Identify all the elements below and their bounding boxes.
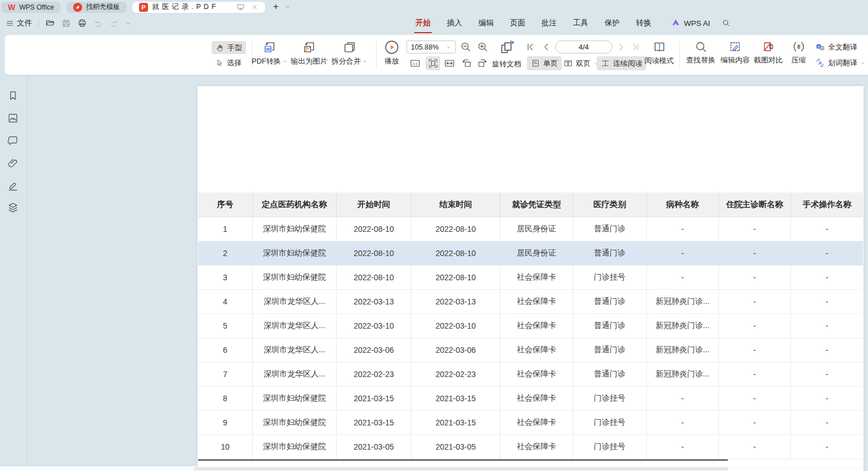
svg-text:A: A [817, 45, 820, 48]
table-cell: - [719, 217, 791, 241]
menu-item-1[interactable]: 插入 [447, 18, 462, 28]
rotate-right-button[interactable] [477, 57, 488, 69]
table-cell: 2022-03-06 [411, 338, 500, 362]
select-tool-button[interactable]: 选择 [212, 56, 245, 69]
word-translate-button[interactable]: A 划词翻译 [815, 58, 866, 68]
table-cell: 2022-03-06 [337, 338, 411, 362]
rotate-doc-label[interactable]: 旋转文档 [492, 59, 521, 69]
redo-icon[interactable] [109, 19, 119, 28]
hand-icon [216, 43, 225, 52]
table-cell: 门诊挂号 [573, 266, 647, 289]
full-translate-button[interactable]: A 全文翻译 [815, 42, 857, 52]
undo-icon[interactable] [93, 19, 103, 28]
table-cell: 深圳市妇幼保健院 [253, 387, 337, 410]
split-merge-button[interactable]: 拆分合并 [332, 40, 368, 65]
save-icon[interactable] [61, 19, 71, 28]
table-row: 5深圳市龙华区人...2022-03-102022-03-10社会保障卡普通门诊… [198, 314, 863, 338]
zoom-out-button[interactable] [460, 41, 472, 53]
tab-document[interactable]: P 就医记录.PDF [132, 2, 265, 13]
page-indicator-input[interactable]: 4/4 [555, 41, 612, 53]
table-cell: 社会保障卡 [500, 435, 573, 459]
tab-docer-templates[interactable]: 找稻壳模板 [66, 2, 127, 13]
file-menu-button[interactable]: 文件 [6, 18, 32, 28]
comment-icon[interactable] [7, 134, 19, 147]
attachment-icon[interactable] [7, 157, 19, 169]
menu-item-6[interactable]: 保护 [605, 18, 620, 28]
previous-page-button[interactable] [541, 42, 552, 52]
continuous-read-button[interactable]: 连续阅读 [597, 56, 646, 70]
table-header-cell: 病种名称 [647, 192, 719, 217]
next-page-button[interactable] [616, 42, 627, 52]
print-icon[interactable] [77, 18, 87, 28]
edit-content-button[interactable]: 编辑内容 [721, 40, 750, 64]
table-header-cell: 定点医药机构名称 [253, 192, 337, 217]
close-tab-icon[interactable] [251, 3, 258, 11]
screenshot-compare-button[interactable]: 截图对比 [754, 40, 783, 64]
table-header-cell: 医疗类别 [573, 192, 647, 217]
table-cell: - [647, 435, 719, 459]
table-cell: 社会保障卡 [500, 290, 573, 313]
table-cell: - [791, 241, 863, 265]
actual-size-button[interactable]: 1:1 [409, 57, 421, 69]
table-cell: 2022-08-10 [411, 217, 500, 241]
find-replace-button[interactable]: 查找替换 [686, 40, 715, 64]
wps-ai-icon [671, 17, 681, 29]
menu-item-4[interactable]: 批注 [542, 18, 557, 28]
pdf-convert-button[interactable]: W PDF转换 [252, 40, 288, 65]
horizontal-scrollbar[interactable] [0, 466, 863, 471]
pdf-file-icon: P [139, 3, 148, 12]
table-cell: 2022-03-13 [411, 290, 500, 313]
table-row: 3深圳市妇幼保健院2022-08-102022-08-10社会保障卡门诊挂号--… [198, 266, 863, 290]
table-cell: 2022-02-23 [337, 362, 411, 386]
zoom-in-button[interactable] [477, 41, 489, 53]
tab-wps-office[interactable]: W WPS Office [1, 2, 61, 13]
table-row: 10深圳市妇幼保健院2021-03-052021-03-05社会保障卡门诊挂号-… [198, 435, 863, 459]
table-cell: - [791, 362, 863, 386]
table-cell: 2021-03-15 [411, 411, 500, 434]
page-swap-button[interactable] [499, 39, 515, 56]
first-page-button[interactable] [525, 42, 536, 52]
table-cell: 社会保障卡 [500, 314, 573, 338]
export-image-button[interactable]: 输出为图片 [291, 40, 328, 65]
table-cell: 深圳市龙华区人... [253, 362, 337, 386]
hand-tool-button[interactable]: 手型 [212, 41, 246, 54]
thumbnail-icon[interactable] [7, 112, 19, 124]
table-cell: 7 [198, 362, 253, 386]
fit-width-button[interactable] [444, 57, 455, 69]
read-mode-button[interactable]: 阅读模式 [645, 40, 674, 65]
table-header-cell: 就诊凭证类型 [500, 192, 573, 217]
table-cell: - [647, 217, 719, 241]
table-cell: - [647, 241, 719, 265]
more-actions-chevron-icon[interactable] [125, 20, 132, 27]
tab-list-chevron-icon[interactable] [284, 3, 291, 10]
play-button[interactable]: 播放 [384, 40, 399, 65]
bookmark-icon[interactable] [7, 89, 19, 102]
open-file-icon[interactable] [45, 18, 55, 28]
horizontal-scrollbar-thumb[interactable] [194, 467, 728, 470]
monitor-icon[interactable] [236, 3, 245, 11]
table-cell: 2022-03-13 [337, 290, 411, 313]
tab-label: 就医记录.PDF [152, 2, 232, 12]
last-page-button[interactable] [630, 42, 641, 52]
menu-item-0[interactable]: 开始 [415, 18, 431, 28]
compress-button[interactable]: 压缩 [791, 40, 806, 64]
fit-page-button[interactable] [426, 56, 440, 70]
table-cell: 普通门诊 [573, 338, 647, 362]
zoom-level-combobox[interactable]: 105.88% [406, 41, 456, 53]
signature-icon[interactable] [7, 180, 19, 192]
menu-item-2[interactable]: 编辑 [478, 18, 494, 28]
table-cell: - [647, 266, 719, 289]
single-page-button[interactable]: 单页 [527, 56, 562, 70]
table-row: 9深圳市妇幼保健院2021-03-152021-03-15社会保障卡门诊挂号--… [198, 411, 863, 435]
menu-item-3[interactable]: 页面 [510, 18, 525, 28]
table-row: 2深圳市妇幼保健院2022-08-102022-08-10居民身份证普通门诊--… [198, 241, 863, 266]
layers-icon[interactable] [7, 201, 19, 214]
new-tab-button[interactable]: + [273, 2, 279, 11]
rotate-left-button[interactable] [461, 57, 472, 69]
menu-item-5[interactable]: 工具 [573, 18, 588, 28]
table-cell: 深圳市妇幼保健院 [253, 411, 337, 434]
menu-item-7[interactable]: 转换 [636, 18, 651, 28]
wps-ai-menu-item[interactable]: WPS AI [684, 19, 710, 28]
zoom-in-icon [477, 41, 489, 53]
search-icon[interactable] [722, 19, 731, 28]
